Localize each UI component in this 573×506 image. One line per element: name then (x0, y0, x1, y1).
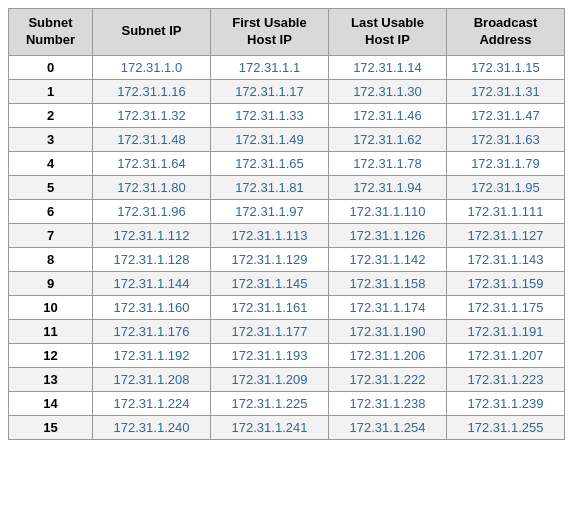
broadcast-cell: 172.31.1.79 (446, 151, 564, 175)
table-row: 1172.31.1.16172.31.1.17172.31.1.30172.31… (9, 79, 565, 103)
subnet-number-cell: 4 (9, 151, 93, 175)
subnet-number-cell: 15 (9, 415, 93, 439)
header-row: SubnetNumber Subnet IP First UsableHost … (9, 9, 565, 56)
last-usable-cell: 172.31.1.62 (328, 127, 446, 151)
last-usable-cell: 172.31.1.110 (328, 199, 446, 223)
table-row: 8172.31.1.128172.31.1.129172.31.1.142172… (9, 247, 565, 271)
subnet-number-cell: 1 (9, 79, 93, 103)
last-usable-cell: 172.31.1.174 (328, 295, 446, 319)
subnet-number-cell: 7 (9, 223, 93, 247)
broadcast-cell: 172.31.1.31 (446, 79, 564, 103)
subnet-number-cell: 14 (9, 391, 93, 415)
last-usable-cell: 172.31.1.94 (328, 175, 446, 199)
last-usable-cell: 172.31.1.14 (328, 55, 446, 79)
broadcast-cell: 172.31.1.239 (446, 391, 564, 415)
subnet-number-cell: 0 (9, 55, 93, 79)
first-usable-cell: 172.31.1.113 (210, 223, 328, 247)
table-row: 13172.31.1.208172.31.1.209172.31.1.22217… (9, 367, 565, 391)
subnet-ip-cell: 172.31.1.96 (92, 199, 210, 223)
last-usable-cell: 172.31.1.158 (328, 271, 446, 295)
subnet-number-cell: 6 (9, 199, 93, 223)
last-usable-cell: 172.31.1.238 (328, 391, 446, 415)
subnet-ip-cell: 172.31.1.240 (92, 415, 210, 439)
subnet-ip-cell: 172.31.1.16 (92, 79, 210, 103)
first-usable-cell: 172.31.1.1 (210, 55, 328, 79)
subnet-ip-cell: 172.31.1.128 (92, 247, 210, 271)
broadcast-cell: 172.31.1.143 (446, 247, 564, 271)
table-row: 4172.31.1.64172.31.1.65172.31.1.78172.31… (9, 151, 565, 175)
table-row: 11172.31.1.176172.31.1.177172.31.1.19017… (9, 319, 565, 343)
subnet-number-cell: 12 (9, 343, 93, 367)
last-usable-cell: 172.31.1.78 (328, 151, 446, 175)
col-header-subnet-number: SubnetNumber (9, 9, 93, 56)
first-usable-cell: 172.31.1.65 (210, 151, 328, 175)
broadcast-cell: 172.31.1.191 (446, 319, 564, 343)
table-row: 9172.31.1.144172.31.1.145172.31.1.158172… (9, 271, 565, 295)
subnet-number-cell: 8 (9, 247, 93, 271)
table-row: 12172.31.1.192172.31.1.193172.31.1.20617… (9, 343, 565, 367)
broadcast-cell: 172.31.1.223 (446, 367, 564, 391)
subnet-number-cell: 9 (9, 271, 93, 295)
last-usable-cell: 172.31.1.190 (328, 319, 446, 343)
last-usable-cell: 172.31.1.254 (328, 415, 446, 439)
first-usable-cell: 172.31.1.97 (210, 199, 328, 223)
first-usable-cell: 172.31.1.177 (210, 319, 328, 343)
col-header-first-usable: First UsableHost IP (210, 9, 328, 56)
first-usable-cell: 172.31.1.161 (210, 295, 328, 319)
subnet-number-cell: 5 (9, 175, 93, 199)
subnet-number-cell: 3 (9, 127, 93, 151)
col-header-broadcast: BroadcastAddress (446, 9, 564, 56)
subnet-ip-cell: 172.31.1.80 (92, 175, 210, 199)
first-usable-cell: 172.31.1.17 (210, 79, 328, 103)
subnet-ip-cell: 172.31.1.64 (92, 151, 210, 175)
broadcast-cell: 172.31.1.63 (446, 127, 564, 151)
table-row: 5172.31.1.80172.31.1.81172.31.1.94172.31… (9, 175, 565, 199)
broadcast-cell: 172.31.1.111 (446, 199, 564, 223)
first-usable-cell: 172.31.1.33 (210, 103, 328, 127)
first-usable-cell: 172.31.1.209 (210, 367, 328, 391)
first-usable-cell: 172.31.1.129 (210, 247, 328, 271)
broadcast-cell: 172.31.1.47 (446, 103, 564, 127)
subnet-ip-cell: 172.31.1.176 (92, 319, 210, 343)
table-row: 6172.31.1.96172.31.1.97172.31.1.110172.3… (9, 199, 565, 223)
first-usable-cell: 172.31.1.193 (210, 343, 328, 367)
subnet-ip-cell: 172.31.1.0 (92, 55, 210, 79)
broadcast-cell: 172.31.1.207 (446, 343, 564, 367)
table-row: 2172.31.1.32172.31.1.33172.31.1.46172.31… (9, 103, 565, 127)
broadcast-cell: 172.31.1.95 (446, 175, 564, 199)
table-row: 10172.31.1.160172.31.1.161172.31.1.17417… (9, 295, 565, 319)
first-usable-cell: 172.31.1.145 (210, 271, 328, 295)
subnet-number-cell: 2 (9, 103, 93, 127)
subnet-ip-cell: 172.31.1.144 (92, 271, 210, 295)
broadcast-cell: 172.31.1.255 (446, 415, 564, 439)
last-usable-cell: 172.31.1.142 (328, 247, 446, 271)
last-usable-cell: 172.31.1.46 (328, 103, 446, 127)
last-usable-cell: 172.31.1.30 (328, 79, 446, 103)
subnet-ip-cell: 172.31.1.160 (92, 295, 210, 319)
broadcast-cell: 172.31.1.127 (446, 223, 564, 247)
subnet-number-cell: 11 (9, 319, 93, 343)
table-row: 14172.31.1.224172.31.1.225172.31.1.23817… (9, 391, 565, 415)
col-header-last-usable: Last UsableHost IP (328, 9, 446, 56)
broadcast-cell: 172.31.1.15 (446, 55, 564, 79)
subnet-ip-cell: 172.31.1.208 (92, 367, 210, 391)
subnet-ip-cell: 172.31.1.224 (92, 391, 210, 415)
first-usable-cell: 172.31.1.49 (210, 127, 328, 151)
table-row: 7172.31.1.112172.31.1.113172.31.1.126172… (9, 223, 565, 247)
first-usable-cell: 172.31.1.241 (210, 415, 328, 439)
last-usable-cell: 172.31.1.222 (328, 367, 446, 391)
subnet-ip-cell: 172.31.1.48 (92, 127, 210, 151)
subnet-ip-cell: 172.31.1.112 (92, 223, 210, 247)
broadcast-cell: 172.31.1.175 (446, 295, 564, 319)
col-header-subnet-ip: Subnet IP (92, 9, 210, 56)
subnet-ip-cell: 172.31.1.32 (92, 103, 210, 127)
table-row: 15172.31.1.240172.31.1.241172.31.1.25417… (9, 415, 565, 439)
table-row: 0172.31.1.0172.31.1.1172.31.1.14172.31.1… (9, 55, 565, 79)
first-usable-cell: 172.31.1.225 (210, 391, 328, 415)
last-usable-cell: 172.31.1.206 (328, 343, 446, 367)
first-usable-cell: 172.31.1.81 (210, 175, 328, 199)
subnet-ip-cell: 172.31.1.192 (92, 343, 210, 367)
broadcast-cell: 172.31.1.159 (446, 271, 564, 295)
subnet-number-cell: 13 (9, 367, 93, 391)
subnet-table: SubnetNumber Subnet IP First UsableHost … (8, 8, 565, 440)
